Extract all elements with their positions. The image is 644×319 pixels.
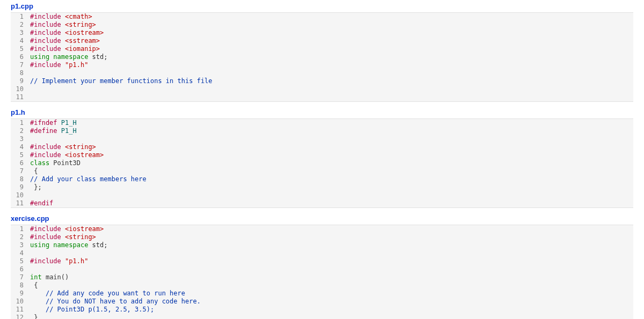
code-block[interactable]: 1#ifndef P1_H2#define P1_H34#include <st… bbox=[11, 118, 633, 208]
code-line: 5#include <iostream> bbox=[11, 151, 633, 159]
file-title-link[interactable]: p1.h bbox=[0, 106, 644, 118]
code-line: 8 bbox=[11, 69, 633, 77]
token: <string> bbox=[65, 233, 96, 241]
code-line: 4#include <string> bbox=[11, 143, 633, 151]
token: "p1.h" bbox=[65, 257, 88, 265]
line-number: 9 bbox=[11, 183, 30, 191]
token: <cmath> bbox=[65, 13, 92, 20]
token: #include bbox=[30, 257, 65, 265]
line-content: #include <string> bbox=[30, 143, 633, 151]
code-block[interactable]: 1#include <iostream>2#include <string>3u… bbox=[11, 225, 633, 319]
line-content: #include <iostream> bbox=[30, 151, 633, 159]
token: main() bbox=[42, 273, 69, 281]
token: <iostream> bbox=[65, 29, 104, 36]
line-content: #include "p1.h" bbox=[30, 257, 633, 265]
token: #include bbox=[30, 143, 65, 151]
code-line: 3#include <iostream> bbox=[11, 29, 633, 37]
token: std; bbox=[88, 53, 107, 61]
code-line: 3using namespace std; bbox=[11, 241, 633, 249]
token: // Implement your member functions in th… bbox=[30, 77, 213, 85]
line-content: // Add your class members here bbox=[30, 175, 633, 183]
line-content: using namespace std; bbox=[30, 241, 633, 249]
line-number: 7 bbox=[11, 61, 30, 69]
token: namespace bbox=[53, 241, 88, 249]
line-number: 9 bbox=[11, 290, 30, 298]
line-content: #ifndef P1_H bbox=[30, 119, 633, 127]
code-line: 2#define P1_H bbox=[11, 127, 633, 135]
token bbox=[30, 306, 46, 313]
line-number: 8 bbox=[11, 281, 30, 290]
code-line: 2#include <string> bbox=[11, 233, 633, 241]
line-number: 2 bbox=[11, 127, 30, 135]
token: P1_H bbox=[61, 119, 77, 127]
token: #include bbox=[30, 21, 65, 28]
token: { bbox=[30, 167, 38, 175]
line-content bbox=[30, 249, 633, 257]
code-line: 6using namespace std; bbox=[11, 53, 633, 61]
line-content: #include <cmath> bbox=[30, 13, 633, 21]
file-section: p1.h1#ifndef P1_H2#define P1_H34#include… bbox=[0, 106, 644, 208]
token: <iostream> bbox=[65, 151, 104, 159]
token: P1_H bbox=[61, 127, 77, 135]
line-number: 8 bbox=[11, 175, 30, 183]
line-content: int main() bbox=[30, 273, 633, 281]
code-line: 7 { bbox=[11, 167, 633, 175]
code-line: 1#include <iostream> bbox=[11, 225, 633, 233]
line-number: 6 bbox=[11, 265, 30, 273]
code-line: 10 // You do NOT have to add any code he… bbox=[11, 298, 633, 306]
token: // You do NOT have to add any code here. bbox=[46, 298, 201, 305]
line-content: // Point3D p(1.5, 2.5, 3.5); bbox=[30, 306, 633, 314]
code-line: 9 }; bbox=[11, 183, 633, 191]
line-number: 5 bbox=[11, 257, 30, 265]
line-content: }; bbox=[30, 183, 633, 191]
line-number: 2 bbox=[11, 233, 30, 241]
line-number: 4 bbox=[11, 37, 30, 45]
token bbox=[30, 298, 46, 305]
token: #include bbox=[30, 225, 65, 233]
line-number: 3 bbox=[11, 29, 30, 37]
line-number: 4 bbox=[11, 249, 30, 257]
token: #ifndef bbox=[30, 119, 61, 127]
line-number: 6 bbox=[11, 53, 30, 61]
token: #define bbox=[30, 127, 61, 135]
line-content: #include <string> bbox=[30, 233, 633, 241]
line-content: // Implement your member functions in th… bbox=[30, 77, 633, 85]
token: #include bbox=[30, 13, 65, 20]
token: // Add any code you want to run here bbox=[46, 290, 185, 297]
line-number: 12 bbox=[11, 314, 30, 319]
code-line: 5#include <iomanip> bbox=[11, 45, 633, 53]
token: using bbox=[30, 53, 53, 61]
line-content: using namespace std; bbox=[30, 53, 633, 61]
token: Point3D bbox=[49, 159, 80, 167]
token: #include bbox=[30, 37, 65, 44]
token: <string> bbox=[65, 21, 96, 28]
token: class bbox=[30, 159, 49, 167]
line-number: 3 bbox=[11, 241, 30, 249]
line-content bbox=[30, 85, 633, 93]
token: std; bbox=[88, 241, 107, 249]
code-line: 11 // Point3D p(1.5, 2.5, 3.5); bbox=[11, 306, 633, 314]
token: } bbox=[30, 314, 38, 319]
code-block[interactable]: 1#include <cmath>2#include <string>3#inc… bbox=[11, 12, 633, 102]
line-content bbox=[30, 69, 633, 77]
code-line: 2#include <string> bbox=[11, 21, 633, 29]
line-number: 11 bbox=[11, 199, 30, 207]
code-line: 11#endif bbox=[11, 199, 633, 207]
line-content: #include <iostream> bbox=[30, 29, 633, 37]
line-content: } bbox=[30, 314, 633, 319]
file-title-link[interactable]: p1.cpp bbox=[0, 0, 644, 12]
line-number: 10 bbox=[11, 298, 30, 306]
code-line: 3 bbox=[11, 135, 633, 143]
token: #endif bbox=[30, 199, 53, 207]
file-section: xercise.cpp1#include <iostream>2#include… bbox=[0, 212, 644, 319]
line-number: 7 bbox=[11, 273, 30, 281]
token: #include bbox=[30, 29, 65, 36]
line-number: 1 bbox=[11, 13, 30, 21]
file-title-link[interactable]: xercise.cpp bbox=[0, 212, 644, 225]
token: #include bbox=[30, 61, 65, 69]
token: }; bbox=[30, 183, 42, 191]
code-line: 12 } bbox=[11, 314, 633, 319]
line-content: class Point3D bbox=[30, 159, 633, 167]
line-number: 1 bbox=[11, 225, 30, 233]
code-line: 9// Implement your member functions in t… bbox=[11, 77, 633, 85]
